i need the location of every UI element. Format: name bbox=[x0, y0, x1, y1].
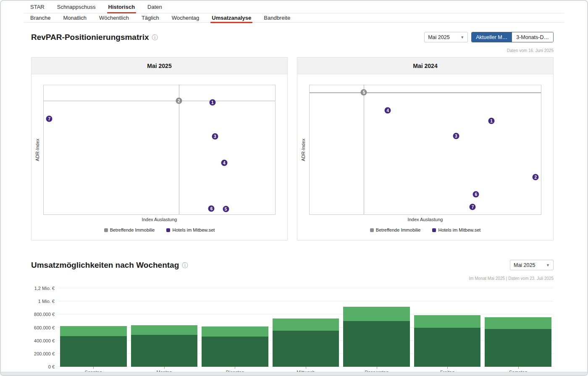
bar-segment-light bbox=[131, 325, 197, 335]
info-icon[interactable]: ⓘ bbox=[152, 34, 158, 40]
secondary-nav: Branche Monatlich Wöchentlich Täglich Wo… bbox=[24, 13, 564, 23]
crosshair-vline bbox=[179, 85, 179, 214]
scatter-plot-current: 2173465 bbox=[43, 85, 276, 215]
bar-segment-dark bbox=[485, 329, 551, 367]
scatter-point: 3 bbox=[453, 133, 459, 139]
legend-label: Betreffende Immobilie bbox=[376, 227, 421, 232]
chart-legend: Betreffende Immobilie Hotels im Mitbew.s… bbox=[32, 227, 276, 232]
crosshair-hline bbox=[44, 101, 275, 101]
chevron-down-icon: ▼ bbox=[546, 263, 550, 267]
bottom-scroll-strip[interactable] bbox=[1, 372, 587, 375]
nav-item-branche[interactable]: Branche bbox=[30, 15, 50, 21]
revpar-month-select-value: Mai 2025 bbox=[428, 34, 449, 40]
x-axis-tick bbox=[447, 367, 448, 369]
scatter-panel-prior-year: Mai 2024 ADR-Index 5413267 Index Auslast… bbox=[297, 57, 554, 240]
bar bbox=[343, 307, 410, 367]
x-axis-label: Index Auslastung bbox=[297, 217, 541, 222]
scatter-point: 1 bbox=[209, 99, 215, 105]
scatter-point: 1 bbox=[488, 118, 495, 124]
compset-swatch bbox=[166, 228, 170, 232]
weekday-title-text: Umsatzmöglichkeiten nach Wochentag bbox=[31, 261, 179, 270]
main-content: RevPAR-Positionierungsmatrix ⓘ Mai 2025 … bbox=[1, 32, 587, 367]
nav-item-taeglich[interactable]: Täglich bbox=[142, 15, 159, 21]
chevron-down-icon: ▼ bbox=[460, 35, 464, 39]
scatter-panels: Mai 2025 ADR-Index 2173465 Index Auslast… bbox=[31, 57, 554, 240]
weekday-title: Umsatzmöglichkeiten nach Wochentag ⓘ bbox=[31, 261, 188, 270]
bar bbox=[273, 319, 339, 367]
bar bbox=[131, 325, 197, 367]
x-axis-tick bbox=[93, 367, 94, 369]
scatter-point: 3 bbox=[212, 133, 218, 139]
page-title: RevPAR-Positionierungsmatrix ⓘ bbox=[31, 33, 158, 42]
y-axis-tick-label: 800.000 € bbox=[34, 312, 55, 317]
weekday-bar-chart: 0 €200.000 €400.000 €600.000 €800.000 €1… bbox=[31, 288, 554, 367]
bar-segment-dark bbox=[414, 328, 480, 367]
scatter-row: ADR-Index 5413267 bbox=[297, 85, 541, 215]
scatter-point: 5 bbox=[223, 206, 229, 212]
subject-swatch bbox=[370, 228, 374, 232]
bar-segment-light bbox=[273, 319, 339, 330]
y-axis-label: ADR-Index bbox=[32, 85, 43, 215]
chart-legend: Betreffende Immobilie Hotels im Mitbew.s… bbox=[297, 227, 541, 232]
bar-y-axis: 0 €200.000 €400.000 €600.000 €800.000 €1… bbox=[31, 288, 58, 367]
revpar-section: RevPAR-Positionierungsmatrix ⓘ Mai 2025 … bbox=[31, 32, 554, 240]
bar-segment-light bbox=[485, 317, 551, 329]
nav-item-woechentlich[interactable]: Wöchentlich bbox=[99, 15, 129, 21]
three-month-avg-button[interactable]: 3-Monats-D… bbox=[512, 32, 553, 42]
scatter-point: 7 bbox=[470, 204, 476, 210]
bar-plot: SonntagMontagDienstagMittwochDonnerstagF… bbox=[58, 288, 554, 367]
primary-nav: STAR Schnappschuss Historisch Daten bbox=[24, 1, 564, 13]
weekday-month-select[interactable]: Mai 2025 ▼ bbox=[510, 260, 554, 270]
bar-segment-light bbox=[202, 326, 268, 336]
bar-segment-dark bbox=[202, 337, 268, 367]
nav-item-historisch[interactable]: Historisch bbox=[108, 4, 135, 10]
bar-segment-dark bbox=[343, 321, 410, 367]
weekday-section: Umsatzmöglichkeiten nach Wochentag ⓘ Mai… bbox=[31, 260, 554, 367]
current-month-button[interactable]: Aktueller M… bbox=[472, 32, 512, 42]
nav-item-wochentag[interactable]: Wochentag bbox=[172, 15, 200, 21]
info-icon[interactable]: ⓘ bbox=[182, 262, 188, 268]
subject-swatch bbox=[104, 228, 108, 232]
x-axis-tick bbox=[164, 367, 165, 369]
x-axis-tick bbox=[306, 367, 306, 369]
scatter-point: 6 bbox=[473, 191, 479, 197]
y-axis-tick-label: 600.000 € bbox=[34, 325, 55, 330]
x-axis-label: Index Auslastung bbox=[32, 217, 276, 222]
gridline bbox=[58, 301, 554, 301]
scatter-plot-prior-year: 5413267 bbox=[309, 85, 541, 215]
bar bbox=[414, 315, 480, 367]
bar-segment-light bbox=[60, 326, 126, 336]
scatter-point: 2 bbox=[176, 98, 182, 104]
y-axis-tick-label: 0 € bbox=[48, 364, 55, 369]
nav-item-monatlich[interactable]: Monatlich bbox=[63, 15, 87, 21]
nav-item-bandbreite[interactable]: Bandbreite bbox=[264, 15, 290, 21]
bar-segment-light bbox=[414, 315, 480, 328]
nav-item-schnappschuss[interactable]: Schnappschuss bbox=[57, 4, 96, 10]
bar-segment-dark bbox=[131, 335, 197, 367]
x-axis-tick bbox=[377, 367, 377, 369]
revpar-month-select[interactable]: Mai 2025 ▼ bbox=[424, 32, 468, 42]
revpar-controls: Mai 2025 ▼ Aktueller M… 3-Monats-D… bbox=[424, 32, 554, 42]
gridline bbox=[58, 288, 554, 288]
weekday-data-note: Im Monat Mai 2025 | Daten vom 23. Juli 2… bbox=[31, 276, 554, 281]
scatter-point: 4 bbox=[221, 159, 227, 166]
x-axis-tick bbox=[518, 367, 519, 369]
panel-title: Mai 2024 bbox=[297, 57, 553, 74]
scatter-panel-current: Mai 2025 ADR-Index 2173465 Index Auslast… bbox=[31, 57, 288, 240]
legend-item-compset: Hotels im Mitbew.set bbox=[166, 227, 215, 232]
panel-body: ADR-Index 2173465 Index Auslastung Betre… bbox=[32, 74, 287, 240]
scatter-row: ADR-Index 2173465 bbox=[32, 85, 276, 215]
weekday-month-select-value: Mai 2025 bbox=[514, 262, 535, 268]
gridline bbox=[58, 314, 554, 314]
legend-label: Hotels im Mitbew.set bbox=[172, 227, 215, 232]
bar-segment-light bbox=[343, 307, 410, 321]
nav-item-star[interactable]: STAR bbox=[30, 4, 45, 10]
y-axis-tick-label: 1,2 Mio. € bbox=[34, 286, 55, 291]
weekday-header: Umsatzmöglichkeiten nach Wochentag ⓘ Mai… bbox=[31, 260, 554, 270]
bar-segment-dark bbox=[273, 331, 339, 367]
nav-wrap: STAR Schnappschuss Historisch Daten Bran… bbox=[24, 1, 564, 23]
nav-item-umsatzanalyse[interactable]: Umsatzanalyse bbox=[212, 15, 251, 21]
legend-item-compset: Hotels im Mitbew.set bbox=[432, 227, 480, 232]
scatter-point: 5 bbox=[361, 89, 367, 95]
nav-item-daten[interactable]: Daten bbox=[147, 4, 162, 10]
